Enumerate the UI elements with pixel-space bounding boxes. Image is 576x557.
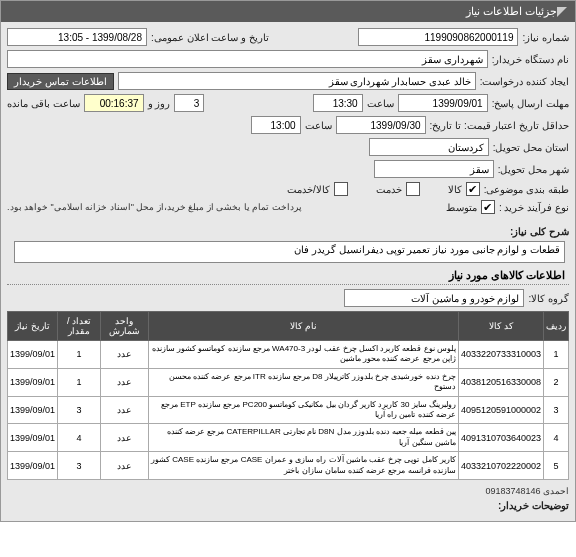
- announce-field: 1399/08/28 - 13:05: [7, 28, 147, 46]
- cell-name: چرخ دنده خورشیدی چرخ بلدوزر کاترپیلار D8…: [148, 368, 458, 396]
- group-field: لوازم خودرو و ماشین آلات: [344, 289, 524, 307]
- cell-date: 1399/09/01: [8, 368, 58, 396]
- price-time-label: ساعت: [305, 120, 332, 131]
- table-row: 24038120516330008چرخ دنده خورشیدی چرخ بل…: [8, 368, 569, 396]
- creator-field: خالد عبدی حسابدار شهرداری سقز: [118, 72, 476, 90]
- service-label: خدمت: [376, 184, 402, 195]
- req-no-label: شماره نیاز:: [522, 32, 569, 43]
- cell-name: پین قطعه میله جعبه دنده بلدوزر مدل D8N ن…: [148, 424, 458, 452]
- service-checkbox[interactable]: [406, 182, 420, 196]
- cell-date: 1399/09/01: [8, 341, 58, 369]
- th-row: ردیف: [544, 312, 569, 341]
- table-row: 54033210702220002کاریر کامل توپی چرخ عقب…: [8, 452, 569, 480]
- goods-label: کالا: [448, 184, 462, 195]
- comment-label: توضیحات خریدار:: [498, 500, 569, 511]
- resp-time-label: ساعت: [367, 98, 394, 109]
- cell-qty: 1: [58, 341, 101, 369]
- th-unit: واحد شمارش: [100, 312, 148, 341]
- cell-unit: عدد: [100, 341, 148, 369]
- th-code: کد کالا: [458, 312, 543, 341]
- cell-date: 1399/09/01: [8, 452, 58, 480]
- table-row: 14033220733310003پلوس نوع قطعه کاربرد اک…: [8, 341, 569, 369]
- resp-deadline-label: مهلت ارسال پاسخ:: [492, 98, 569, 109]
- process-label: نوع فرآیند خرید :: [499, 202, 569, 213]
- req-no-field: 1199090862000119: [358, 28, 518, 46]
- cell-unit: عدد: [100, 396, 148, 424]
- desc-label: شرح کلی نیاز:: [510, 226, 569, 237]
- panel-header: جزئیات اطلاعات نیاز: [1, 1, 575, 22]
- goods-checkbox[interactable]: ✔: [466, 182, 480, 196]
- medium-label: متوسط: [446, 202, 477, 213]
- panel-title: جزئیات اطلاعات نیاز: [466, 5, 557, 18]
- cell-qty: 3: [58, 396, 101, 424]
- desc-field: قطعات و لوازم جانبی مورد نیاز تعمیر توپی…: [14, 241, 565, 263]
- cell-n: 4: [544, 424, 569, 452]
- cell-code: 4095120591000002: [458, 396, 543, 424]
- cell-n: 1: [544, 341, 569, 369]
- items-section-title: اطلاعات کالاهای مورد نیاز: [7, 263, 569, 285]
- goods-service-checkbox[interactable]: [334, 182, 348, 196]
- resp-time-field: 13:30: [313, 94, 363, 112]
- cell-n: 5: [544, 452, 569, 480]
- payment-note: پرداخت تمام یا بخشی از مبلغ خرید،از محل …: [7, 202, 302, 212]
- budget-label: طبقه بندی موضوعی:: [484, 184, 569, 195]
- th-name: نام کالا: [148, 312, 458, 341]
- cell-code: 4033210702220002: [458, 452, 543, 480]
- cell-qty: 4: [58, 424, 101, 452]
- creator-label: ایجاد کننده درخواست:: [480, 76, 569, 87]
- cell-date: 1399/09/01: [8, 424, 58, 452]
- cell-date: 1399/09/01: [8, 396, 58, 424]
- remain-label: ساعت باقی مانده: [7, 98, 80, 109]
- days-field: 3: [174, 94, 204, 112]
- cell-n: 3: [544, 396, 569, 424]
- table-row: 34095120591000002رولبرینگ سایز 30 کاربرد…: [8, 396, 569, 424]
- table-row: 44091310703640023پین قطعه میله جعبه دنده…: [8, 424, 569, 452]
- city-label: شهر محل تحویل:: [498, 164, 569, 175]
- cell-unit: عدد: [100, 424, 148, 452]
- province-label: استان محل تحویل:: [493, 142, 569, 153]
- buyer-label: نام دستگاه خریدار:: [492, 54, 569, 65]
- cell-unit: عدد: [100, 452, 148, 480]
- cell-code: 4038120516330008: [458, 368, 543, 396]
- svg-marker-0: [557, 7, 567, 17]
- contact-person: احمدی 09183748146: [485, 486, 569, 496]
- cell-code: 4091310703640023: [458, 424, 543, 452]
- corner-icon: [557, 7, 567, 17]
- cell-qty: 1: [58, 368, 101, 396]
- buyer-field: شهرداری سقز: [7, 50, 488, 68]
- hms-field: 00:16:37: [84, 94, 144, 112]
- cell-code: 4033220733310003: [458, 341, 543, 369]
- resp-date-field: 1399/09/01: [398, 94, 488, 112]
- price-date-field: 1399/09/30: [336, 116, 426, 134]
- cell-n: 2: [544, 368, 569, 396]
- contact-button[interactable]: اطلاعات تماس خریدار: [7, 73, 114, 90]
- province-field: کردستان: [369, 138, 489, 156]
- city-field: سقز: [374, 160, 494, 178]
- medium-checkbox[interactable]: ✔: [481, 200, 495, 214]
- items-table: ردیف کد کالا نام کالا واحد شمارش تعداد /…: [7, 311, 569, 480]
- price-valid-label: حداقل تاریخ اعتبار قیمت: تا تاریخ:: [430, 120, 569, 131]
- cell-name: پلوس نوع قطعه کاربرد اکسل چرخ عقب لودر W…: [148, 341, 458, 369]
- th-qty: تعداد / مقدار: [58, 312, 101, 341]
- days-label: روز و: [148, 98, 171, 109]
- cell-name: کاریر کامل توپی چرخ عقب ماشین آلات راه س…: [148, 452, 458, 480]
- announce-label: تاریخ و ساعت اعلان عمومی:: [151, 32, 269, 43]
- cell-unit: عدد: [100, 368, 148, 396]
- cell-qty: 3: [58, 452, 101, 480]
- goods-service-label: کالا/خدمت: [287, 184, 330, 195]
- th-date: تاریخ نیاز: [8, 312, 58, 341]
- cell-name: رولبرینگ سایز 30 کاربرد کاریر گردان بیل …: [148, 396, 458, 424]
- price-time-field: 13:00: [251, 116, 301, 134]
- group-label: گروه کالا:: [528, 293, 569, 304]
